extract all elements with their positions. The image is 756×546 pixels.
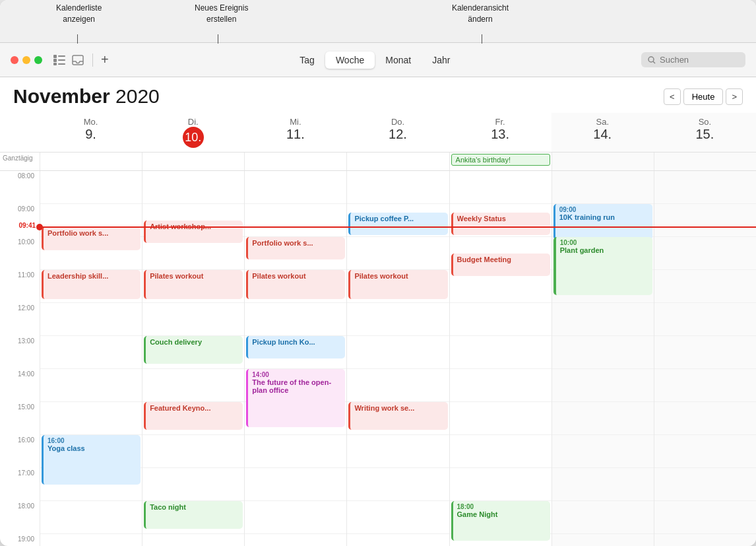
event-pickup-lunch[interactable]: Pickup lunch Ko... xyxy=(246,336,345,358)
toolbar: + Tag Woche Monat Jahr xyxy=(0,43,756,77)
allday-label: Ganztägig xyxy=(0,153,40,170)
calendar-title: November 2020 xyxy=(13,85,160,108)
minimize-button[interactable] xyxy=(22,56,30,64)
day-col-sun[interactable] xyxy=(654,171,756,546)
svg-point-7 xyxy=(648,57,654,62)
allday-cell-tue[interactable] xyxy=(142,153,244,170)
inbox-icon[interactable] xyxy=(71,53,84,67)
day-header-sat: Sa. 14. xyxy=(551,113,654,152)
day-col-fri[interactable]: Weekly Status Budget Meeting 18:00 Game … xyxy=(449,171,551,546)
event-couch-delivery[interactable]: Couch delivery xyxy=(144,336,243,364)
svg-rect-3 xyxy=(58,59,65,61)
svg-rect-5 xyxy=(58,63,65,65)
time-scroll-area: 08:00 09:00 10:00 11:00 12:00 13:00 14:0… xyxy=(0,171,756,546)
allday-cell-thu[interactable] xyxy=(346,153,449,170)
svg-rect-2 xyxy=(53,59,57,62)
day-col-wed-inner: Portfolio work s... Pilates workout Pick… xyxy=(245,171,346,546)
calendar-window: Kalenderlisteanzeigen Neues Ereigniserst… xyxy=(0,0,756,546)
tab-week[interactable]: Woche xyxy=(325,51,375,69)
allday-row: Ganztägig Ankita's birthday! xyxy=(0,153,756,171)
event-future-office[interactable]: 14:00 The future of the open-plan office xyxy=(246,369,345,427)
event-10k-run[interactable]: 09:00 10K training run xyxy=(553,204,652,240)
tab-month[interactable]: Monat xyxy=(375,51,422,69)
calendar-header: November 2020 < Heute > xyxy=(0,77,756,113)
calendar-list-icon[interactable] xyxy=(53,53,66,67)
allday-cell-mon[interactable] xyxy=(40,153,142,170)
event-pilates-tue[interactable]: Pilates workout xyxy=(144,270,243,299)
event-plant-garden[interactable]: 10:00 Plant garden xyxy=(553,237,652,295)
day-header-wed: Mi. 11. xyxy=(244,113,346,152)
day-col-mon-inner: Portfolio work s... Leadership skill... … xyxy=(40,171,142,546)
allday-cell-wed[interactable] xyxy=(244,153,346,170)
allday-cell-sat[interactable] xyxy=(551,153,654,170)
add-event-button[interactable]: + xyxy=(101,52,109,67)
traffic-lights xyxy=(11,56,42,64)
search-input[interactable] xyxy=(660,55,739,65)
svg-rect-0 xyxy=(53,55,57,58)
time-label-1200: 12:00 xyxy=(0,303,40,336)
day-col-mon[interactable]: Portfolio work s... Leadership skill... … xyxy=(40,171,142,546)
event-taco-night[interactable]: Taco night xyxy=(144,501,243,529)
maximize-button[interactable] xyxy=(34,56,42,64)
event-portfolio-mon[interactable]: Portfolio work s... xyxy=(42,227,141,250)
time-label-1100: 11:00 xyxy=(0,270,40,303)
day-header-tue: Di. 10. xyxy=(142,113,244,152)
event-yoga-mon[interactable]: 16:00 Yoga class xyxy=(42,435,141,485)
allday-cell-fri[interactable]: Ankita's birthday! xyxy=(449,153,551,170)
event-pilates-thu[interactable]: Pilates workout xyxy=(348,270,447,299)
today-button[interactable]: Heute xyxy=(683,88,724,105)
close-button[interactable] xyxy=(11,56,18,64)
time-label-1000: 10:00 xyxy=(0,237,40,270)
event-portfolio-wed[interactable]: Portfolio work s... xyxy=(246,237,345,259)
time-label-1600: 16:00 xyxy=(0,435,40,468)
annotation-view-change: Kalenderansichtändern xyxy=(452,3,509,25)
svg-rect-4 xyxy=(53,63,57,65)
tab-day[interactable]: Tag xyxy=(289,51,325,69)
time-label-1900: 19:00 xyxy=(0,534,40,546)
calendar-grid: Mo. 9. Di. 10. Mi. 11. Do. 12. Fr. 13. S… xyxy=(0,113,756,546)
time-label-1700: 17:00 xyxy=(0,468,40,501)
event-writing-work[interactable]: Writing work se... xyxy=(348,402,447,430)
next-button[interactable]: > xyxy=(726,88,743,105)
day-header-thu: Do. 12. xyxy=(346,113,449,152)
time-label-800: 08:00 xyxy=(0,171,40,204)
day-header-mon: Mo. 9. xyxy=(40,113,142,152)
day-col-thu-inner: Pickup coffee P... Pilates workout Writi… xyxy=(347,171,449,546)
time-labels-col: 08:00 09:00 10:00 11:00 12:00 13:00 14:0… xyxy=(0,171,40,546)
search-icon xyxy=(648,56,656,64)
day-headers: Mo. 9. Di. 10. Mi. 11. Do. 12. Fr. 13. S… xyxy=(0,113,756,153)
allday-event-birthday[interactable]: Ankita's birthday! xyxy=(451,154,550,166)
annotation-line-1 xyxy=(77,34,78,44)
event-weekly-status[interactable]: Weekly Status xyxy=(451,213,550,235)
prev-button[interactable]: < xyxy=(664,88,681,105)
event-artist-workshop-tue[interactable]: Artist workshop... xyxy=(144,221,243,243)
day-col-thu[interactable]: Pickup coffee P... Pilates workout Writi… xyxy=(346,171,449,546)
svg-line-8 xyxy=(653,61,655,63)
time-label-900: 09:00 xyxy=(0,204,40,237)
event-game-night[interactable]: 18:00 Game Night xyxy=(451,501,550,541)
time-grid-inner: 08:00 09:00 10:00 11:00 12:00 13:00 14:0… xyxy=(0,171,756,546)
corner-cell xyxy=(0,113,40,152)
event-featured-keynote[interactable]: Featured Keyno... xyxy=(144,402,243,430)
annotation-calendar-list: Kalenderlisteanzeigen xyxy=(56,3,102,25)
day-col-tue[interactable]: Artist workshop... Pilates workout Couch… xyxy=(142,171,244,546)
day-col-wed[interactable]: Portfolio work s... Pilates workout Pick… xyxy=(244,171,346,546)
view-tabs: Tag Woche Monat Jahr xyxy=(114,51,636,69)
day-col-sat[interactable]: 09:00 10K training run 10:00 Plant garde… xyxy=(551,171,654,546)
day-col-sun-inner xyxy=(654,171,756,546)
event-budget-meeting[interactable]: Budget Meeting xyxy=(451,254,550,276)
day-col-tue-inner: Artist workshop... Pilates workout Couch… xyxy=(142,171,244,546)
time-label-1300: 13:00 xyxy=(0,336,40,369)
time-label-1400: 14:00 xyxy=(0,369,40,402)
day-col-sat-inner: 09:00 10K training run 10:00 Plant garde… xyxy=(552,171,654,546)
toolbar-separator xyxy=(92,53,93,67)
day-header-sun: So. 15. xyxy=(654,113,756,152)
event-pickup-coffee[interactable]: Pickup coffee P... xyxy=(348,213,447,235)
event-pilates-wed[interactable]: Pilates workout xyxy=(246,270,345,299)
time-label-1800: 18:00 xyxy=(0,501,40,534)
event-leadership-mon[interactable]: Leadership skill... xyxy=(42,270,141,299)
tab-year[interactable]: Jahr xyxy=(422,51,460,69)
search-box xyxy=(641,52,745,67)
nav-buttons: < Heute > xyxy=(664,88,743,105)
allday-cell-sun[interactable] xyxy=(654,153,756,170)
